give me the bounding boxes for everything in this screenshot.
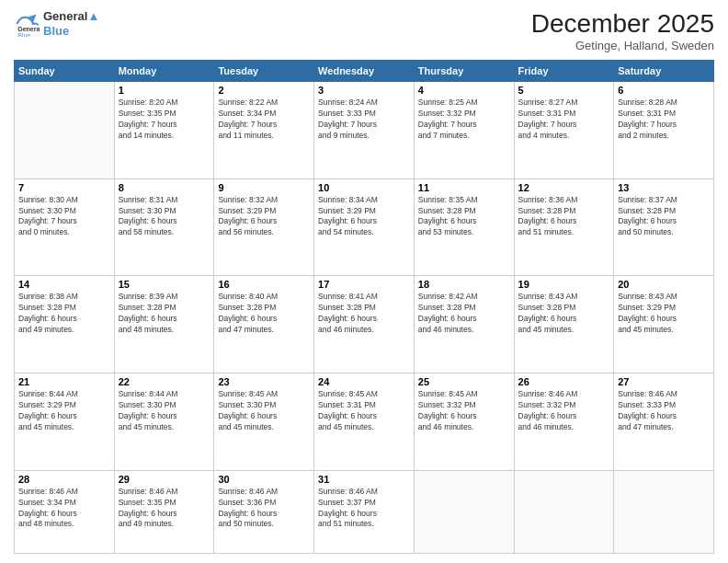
calendar-cell: 12Sunrise: 8:36 AMSunset: 3:28 PMDayligh… — [514, 178, 614, 276]
day-info: Sunrise: 8:34 AMSunset: 3:29 PMDaylight:… — [318, 195, 410, 239]
day-number: 30 — [218, 474, 310, 485]
calendar-cell: 24Sunrise: 8:45 AMSunset: 3:31 PMDayligh… — [314, 373, 415, 471]
day-info: Sunrise: 8:46 AMSunset: 3:33 PMDaylight:… — [618, 389, 710, 433]
day-number: 21 — [18, 376, 110, 387]
day-number: 13 — [618, 182, 710, 193]
col-header-wednesday: Wednesday — [314, 61, 415, 82]
day-info: Sunrise: 8:20 AMSunset: 3:35 PMDaylight:… — [119, 98, 210, 142]
day-number: 28 — [18, 474, 110, 485]
day-number: 27 — [618, 376, 710, 387]
logo: General Blue General▲ Blue — [14, 9, 99, 38]
day-info: Sunrise: 8:45 AMSunset: 3:30 PMDaylight:… — [218, 389, 310, 433]
day-number: 4 — [418, 85, 510, 96]
day-info: Sunrise: 8:24 AMSunset: 3:33 PMDaylight:… — [318, 98, 410, 142]
logo-text-general: General▲ — [43, 9, 99, 24]
day-info: Sunrise: 8:30 AMSunset: 3:30 PMDaylight:… — [18, 195, 110, 239]
day-number: 24 — [318, 376, 410, 387]
calendar-cell: 3Sunrise: 8:24 AMSunset: 3:33 PMDaylight… — [314, 82, 415, 179]
day-info: Sunrise: 8:27 AMSunset: 3:31 PMDaylight:… — [518, 98, 610, 142]
page: General Blue General▲ Blue December 2025… — [0, 0, 728, 563]
calendar-cell: 19Sunrise: 8:43 AMSunset: 3:28 PMDayligh… — [514, 276, 614, 373]
col-header-thursday: Thursday — [414, 61, 514, 82]
calendar-cell: 15Sunrise: 8:39 AMSunset: 3:28 PMDayligh… — [114, 276, 214, 373]
calendar-cell: 14Sunrise: 8:38 AMSunset: 3:28 PMDayligh… — [15, 276, 115, 373]
calendar-cell: 2Sunrise: 8:22 AMSunset: 3:34 PMDaylight… — [214, 82, 314, 179]
day-info: Sunrise: 8:39 AMSunset: 3:28 PMDaylight:… — [119, 292, 210, 336]
week-row-3: 14Sunrise: 8:38 AMSunset: 3:28 PMDayligh… — [15, 276, 714, 373]
day-info: Sunrise: 8:46 AMSunset: 3:34 PMDaylight:… — [18, 487, 110, 531]
calendar-cell: 18Sunrise: 8:42 AMSunset: 3:28 PMDayligh… — [414, 276, 514, 373]
day-number: 29 — [119, 474, 210, 485]
month-title: December 2025 — [531, 9, 714, 39]
day-info: Sunrise: 8:36 AMSunset: 3:28 PMDaylight:… — [518, 195, 610, 239]
day-info: Sunrise: 8:41 AMSunset: 3:28 PMDaylight:… — [318, 292, 410, 336]
location: Getinge, Halland, Sweden — [531, 39, 714, 52]
day-number: 31 — [318, 474, 410, 485]
title-block: December 2025 Getinge, Halland, Sweden — [531, 9, 714, 52]
day-number: 12 — [518, 182, 610, 193]
calendar-cell — [614, 470, 714, 553]
calendar-cell: 7Sunrise: 8:30 AMSunset: 3:30 PMDaylight… — [15, 178, 115, 276]
day-info: Sunrise: 8:35 AMSunset: 3:28 PMDaylight:… — [418, 195, 510, 239]
day-number: 20 — [618, 279, 710, 290]
col-header-saturday: Saturday — [614, 61, 714, 82]
day-number: 10 — [318, 182, 410, 193]
day-number: 11 — [418, 182, 510, 193]
week-row-2: 7Sunrise: 8:30 AMSunset: 3:30 PMDaylight… — [15, 178, 714, 276]
day-info: Sunrise: 8:28 AMSunset: 3:31 PMDaylight:… — [618, 98, 710, 142]
week-row-5: 28Sunrise: 8:46 AMSunset: 3:34 PMDayligh… — [15, 470, 714, 553]
calendar-cell: 4Sunrise: 8:25 AMSunset: 3:32 PMDaylight… — [414, 82, 514, 179]
svg-text:Blue: Blue — [17, 32, 30, 37]
calendar-cell — [414, 470, 514, 553]
day-number: 18 — [418, 279, 510, 290]
day-info: Sunrise: 8:44 AMSunset: 3:29 PMDaylight:… — [18, 389, 110, 433]
calendar-cell: 17Sunrise: 8:41 AMSunset: 3:28 PMDayligh… — [314, 276, 415, 373]
calendar-cell: 8Sunrise: 8:31 AMSunset: 3:30 PMDaylight… — [114, 178, 214, 276]
day-info: Sunrise: 8:42 AMSunset: 3:28 PMDaylight:… — [418, 292, 510, 336]
calendar-cell — [514, 470, 614, 553]
day-number: 26 — [518, 376, 610, 387]
col-header-friday: Friday — [514, 61, 614, 82]
day-number: 1 — [119, 85, 210, 96]
day-number: 8 — [119, 182, 210, 193]
day-number: 7 — [18, 182, 110, 193]
col-header-tuesday: Tuesday — [214, 61, 314, 82]
calendar-cell: 6Sunrise: 8:28 AMSunset: 3:31 PMDaylight… — [614, 82, 714, 179]
day-number: 2 — [218, 85, 310, 96]
day-number: 15 — [119, 279, 210, 290]
week-row-4: 21Sunrise: 8:44 AMSunset: 3:29 PMDayligh… — [15, 373, 714, 471]
day-info: Sunrise: 8:43 AMSunset: 3:28 PMDaylight:… — [518, 292, 610, 336]
calendar-cell: 29Sunrise: 8:46 AMSunset: 3:35 PMDayligh… — [114, 470, 214, 553]
day-number: 16 — [218, 279, 310, 290]
calendar-cell: 13Sunrise: 8:37 AMSunset: 3:28 PMDayligh… — [614, 178, 714, 276]
calendar-cell: 22Sunrise: 8:44 AMSunset: 3:30 PMDayligh… — [114, 373, 214, 471]
col-header-sunday: Sunday — [15, 61, 115, 82]
calendar-cell: 28Sunrise: 8:46 AMSunset: 3:34 PMDayligh… — [15, 470, 115, 553]
day-info: Sunrise: 8:46 AMSunset: 3:35 PMDaylight:… — [119, 487, 210, 531]
day-info: Sunrise: 8:38 AMSunset: 3:28 PMDaylight:… — [18, 292, 110, 336]
svg-text:General: General — [17, 26, 40, 32]
calendar-cell: 27Sunrise: 8:46 AMSunset: 3:33 PMDayligh… — [614, 373, 714, 471]
day-number: 22 — [119, 376, 210, 387]
day-number: 3 — [318, 85, 410, 96]
logo-text-blue: Blue — [43, 24, 99, 39]
day-info: Sunrise: 8:40 AMSunset: 3:28 PMDaylight:… — [218, 292, 310, 336]
day-info: Sunrise: 8:45 AMSunset: 3:31 PMDaylight:… — [318, 389, 410, 433]
day-info: Sunrise: 8:25 AMSunset: 3:32 PMDaylight:… — [418, 98, 510, 142]
day-info: Sunrise: 8:45 AMSunset: 3:32 PMDaylight:… — [418, 389, 510, 433]
day-info: Sunrise: 8:46 AMSunset: 3:36 PMDaylight:… — [218, 487, 310, 531]
day-info: Sunrise: 8:43 AMSunset: 3:29 PMDaylight:… — [618, 292, 710, 336]
calendar-cell: 26Sunrise: 8:46 AMSunset: 3:32 PMDayligh… — [514, 373, 614, 471]
calendar-cell: 20Sunrise: 8:43 AMSunset: 3:29 PMDayligh… — [614, 276, 714, 373]
calendar-cell: 30Sunrise: 8:46 AMSunset: 3:36 PMDayligh… — [214, 470, 314, 553]
day-info: Sunrise: 8:22 AMSunset: 3:34 PMDaylight:… — [218, 98, 310, 142]
day-number: 19 — [518, 279, 610, 290]
calendar-cell: 10Sunrise: 8:34 AMSunset: 3:29 PMDayligh… — [314, 178, 415, 276]
day-info: Sunrise: 8:31 AMSunset: 3:30 PMDaylight:… — [119, 195, 210, 239]
calendar-cell: 21Sunrise: 8:44 AMSunset: 3:29 PMDayligh… — [15, 373, 115, 471]
calendar: SundayMondayTuesdayWednesdayThursdayFrid… — [14, 60, 714, 554]
calendar-cell: 23Sunrise: 8:45 AMSunset: 3:30 PMDayligh… — [214, 373, 314, 471]
calendar-header-row: SundayMondayTuesdayWednesdayThursdayFrid… — [15, 61, 714, 82]
day-number: 9 — [218, 182, 310, 193]
day-number: 6 — [618, 85, 710, 96]
